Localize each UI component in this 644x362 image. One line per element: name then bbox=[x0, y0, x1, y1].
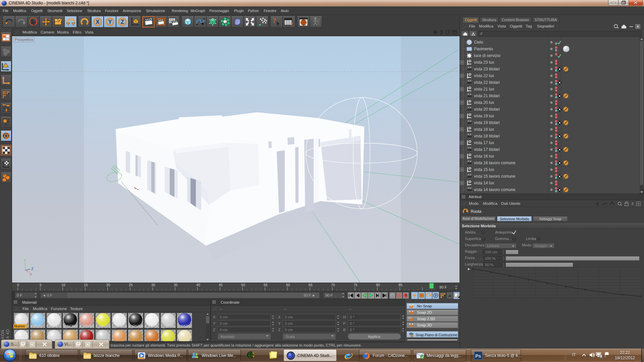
svg-text:vista 16 lavoro comune: vista 16 lavoro comune bbox=[474, 161, 516, 165]
svg-text:Y: Y bbox=[278, 321, 281, 325]
svg-text:45: 45 bbox=[219, 283, 223, 287]
svg-text:H: H bbox=[343, 315, 346, 319]
svg-text:1_PARE: 1_PARE bbox=[177, 324, 191, 328]
svg-text:80: 80 bbox=[376, 283, 380, 287]
svg-text:5: 5 bbox=[40, 283, 42, 287]
svg-text:8: 8 bbox=[632, 202, 634, 206]
svg-text:0 cm: 0 cm bbox=[220, 321, 228, 325]
svg-text:CIELO: CIELO bbox=[31, 324, 42, 328]
svg-text:P: P bbox=[435, 294, 437, 298]
svg-text:X: X bbox=[213, 315, 216, 319]
svg-text:0 °: 0 ° bbox=[350, 321, 355, 325]
svg-text:40: 40 bbox=[196, 283, 200, 287]
svg-text:vista 19 titolari: vista 19 titolari bbox=[474, 120, 500, 125]
svg-text:1_NON I: 1_NON I bbox=[63, 324, 77, 328]
svg-text:90 F: 90 F bbox=[325, 293, 333, 297]
svg-text:0 F: 0 F bbox=[17, 293, 22, 297]
svg-text:vista 16 lux: vista 16 lux bbox=[474, 154, 494, 159]
svg-text:0 cm: 0 cm bbox=[285, 315, 293, 319]
svg-text:10: 10 bbox=[61, 283, 65, 287]
svg-text:vista 14 lavoro comune: vista 14 lavoro comune bbox=[474, 187, 516, 192]
svg-text:X: X bbox=[278, 315, 281, 319]
svg-text:X: X bbox=[30, 272, 32, 276]
svg-text:Y: Y bbox=[23, 258, 26, 262]
svg-text:20: 20 bbox=[106, 283, 110, 287]
svg-text:1_RIVES: 1_RIVES bbox=[96, 324, 111, 328]
svg-text:vista 15 lux: vista 15 lux bbox=[474, 167, 494, 172]
svg-text:X: X bbox=[96, 19, 99, 25]
svg-text:1_RIVES: 1_RIVES bbox=[79, 324, 94, 328]
svg-text:vista 23 lux: vista 23 lux bbox=[474, 60, 494, 65]
svg-text:vista 17 titolari: vista 17 titolari bbox=[474, 147, 500, 152]
svg-text:vista 23 titolari: vista 23 titolari bbox=[474, 67, 500, 71]
svg-text:1_RIVES: 1_RIVES bbox=[112, 324, 127, 328]
svg-text:15: 15 bbox=[84, 283, 88, 287]
svg-text:Cielo: Cielo bbox=[474, 40, 483, 45]
svg-text:35: 35 bbox=[174, 283, 178, 287]
svg-text:vista 20 titolari: vista 20 titolari bbox=[474, 107, 500, 112]
svg-text:60: 60 bbox=[286, 283, 290, 287]
svg-text:0 °: 0 ° bbox=[350, 315, 355, 319]
svg-text:vista 21 lux: vista 21 lux bbox=[474, 87, 494, 92]
svg-text:90 F ►: 90 F ► bbox=[304, 293, 316, 297]
svg-text:?: ? bbox=[405, 294, 407, 298]
svg-text:85: 85 bbox=[398, 283, 402, 287]
svg-text:0: 0 bbox=[17, 283, 19, 287]
svg-text:Z: Z bbox=[278, 328, 280, 332]
svg-text:vista 19 lux: vista 19 lux bbox=[474, 114, 494, 118]
svg-text:Z: Z bbox=[213, 328, 215, 332]
svg-text:◄ 0 F: ◄ 0 F bbox=[42, 293, 52, 297]
svg-text:Z: Z bbox=[31, 267, 34, 271]
svg-text:70: 70 bbox=[331, 283, 335, 287]
svg-text:vista 22 titolari: vista 22 titolari bbox=[474, 80, 500, 85]
svg-text:vista 18 lux: vista 18 lux bbox=[474, 127, 494, 132]
svg-text:50: 50 bbox=[241, 283, 245, 287]
svg-text:?: ? bbox=[273, 17, 276, 24]
svg-text:?: ? bbox=[290, 22, 293, 26]
svg-text:Y: Y bbox=[108, 19, 112, 25]
svg-text:25: 25 bbox=[129, 283, 133, 287]
svg-text:1_VETR: 1_VETR bbox=[161, 324, 175, 328]
svg-text:Colore-0: Colore-0 bbox=[47, 324, 61, 328]
svg-text:90 F: 90 F bbox=[439, 285, 447, 289]
svg-text:0 cm: 0 cm bbox=[285, 328, 293, 332]
svg-text:0 cm: 0 cm bbox=[220, 315, 228, 319]
svg-text:75: 75 bbox=[354, 283, 358, 287]
svg-text:2.5: 2.5 bbox=[408, 317, 412, 319]
svg-text:B: B bbox=[343, 328, 345, 332]
svg-text:0 cm: 0 cm bbox=[285, 321, 293, 325]
svg-text:Assoluto: Assoluto bbox=[220, 335, 234, 339]
svg-text:30: 30 bbox=[151, 283, 155, 287]
svg-text:0 °: 0 ° bbox=[350, 328, 355, 332]
svg-text:vista 14 lux: vista 14 lux bbox=[474, 181, 494, 185]
svg-text:Scala: Scala bbox=[285, 335, 295, 339]
svg-text:Ps: Ps bbox=[475, 353, 481, 359]
svg-text:vista 15 lavoro comune: vista 15 lavoro comune bbox=[474, 174, 516, 179]
svg-text:65: 65 bbox=[309, 283, 313, 287]
svg-text:Y: Y bbox=[213, 321, 216, 325]
svg-text:1_INFIS: 1_INFIS bbox=[145, 324, 158, 328]
svg-text:luce di servizio: luce di servizio bbox=[474, 53, 500, 58]
svg-text:55: 55 bbox=[264, 283, 268, 287]
svg-text:vista 18 titolari: vista 18 titolari bbox=[474, 134, 500, 138]
svg-text:vista 17 lux: vista 17 lux bbox=[474, 140, 494, 145]
svg-text:Z: Z bbox=[121, 19, 124, 25]
svg-text:vista 20 lux: vista 20 lux bbox=[474, 100, 494, 105]
svg-text:vista 22 lux: vista 22 lux bbox=[474, 73, 494, 78]
svg-text:vista 21 titolari: vista 21 titolari bbox=[474, 94, 500, 98]
svg-text:1_RIVES: 1_RIVES bbox=[128, 324, 143, 328]
svg-text:Applica: Applica bbox=[368, 335, 380, 339]
svg-text:0 cm: 0 cm bbox=[220, 328, 228, 332]
svg-text:P: P bbox=[343, 321, 345, 325]
svg-text:Nuovo: Nuovo bbox=[14, 324, 25, 328]
svg-text:Pavimento: Pavimento bbox=[474, 47, 493, 51]
